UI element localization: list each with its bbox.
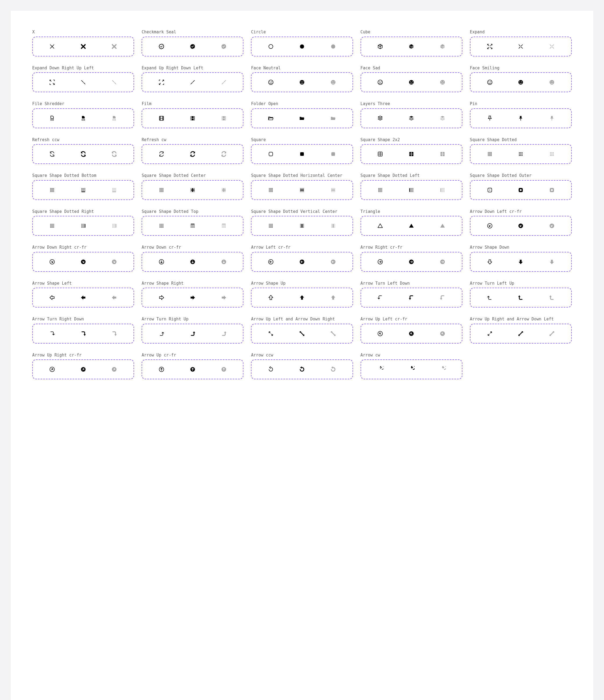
arrow-turn-ld-icon[interactable] xyxy=(408,294,415,301)
expand-ur-dl-icon[interactable] xyxy=(189,78,196,86)
sqd-top-icon[interactable] xyxy=(158,222,165,230)
folder-open-icon[interactable] xyxy=(267,115,274,122)
arrow-d-circ-icon[interactable] xyxy=(158,258,165,266)
arrow-u-circ-icon[interactable] xyxy=(220,366,228,373)
sqd-center-icon[interactable] xyxy=(158,186,165,194)
arrow-shape-u-icon[interactable] xyxy=(330,294,337,301)
arrow-l-circ-icon[interactable] xyxy=(330,258,337,266)
arrow-r-circ-icon[interactable] xyxy=(439,258,446,266)
arrow-ur-circ-icon[interactable] xyxy=(80,366,87,373)
arrow-turn-ru-icon[interactable] xyxy=(158,330,165,338)
arrow-turn-ru-icon[interactable] xyxy=(189,330,196,338)
file-shredder-icon[interactable] xyxy=(110,115,118,122)
arrow-shape-r-icon[interactable] xyxy=(158,294,165,301)
face-smiling-icon[interactable] xyxy=(517,78,524,86)
arrow-cw-icon[interactable] xyxy=(408,366,415,373)
arrow-turn-rd-icon[interactable] xyxy=(48,330,56,338)
folder-open-icon[interactable] xyxy=(330,115,337,122)
layers-three-icon[interactable] xyxy=(376,115,384,122)
arrow-shape-d-icon[interactable] xyxy=(486,258,494,266)
layers-three-icon[interactable] xyxy=(439,115,446,122)
arrow-ul-circ-icon[interactable] xyxy=(376,330,384,338)
sqd-vcenter-icon[interactable] xyxy=(298,222,306,230)
sqd-hcenter-icon[interactable] xyxy=(298,186,306,194)
expand-ur-dl-icon[interactable] xyxy=(158,78,165,86)
face-sad-icon[interactable] xyxy=(408,78,415,86)
arrow-shape-r-icon[interactable] xyxy=(220,294,228,301)
arrow-ur-dl-icon[interactable] xyxy=(517,330,524,338)
face-neutral-icon[interactable] xyxy=(298,78,306,86)
face-sad-icon[interactable] xyxy=(376,78,384,86)
arrow-dr-circ-icon[interactable] xyxy=(48,258,56,266)
arrow-d-circ-icon[interactable] xyxy=(189,258,196,266)
arrow-r-circ-icon[interactable] xyxy=(376,258,384,266)
square-icon[interactable] xyxy=(330,150,337,158)
arrow-shape-u-icon[interactable] xyxy=(267,294,274,301)
x-icon[interactable] xyxy=(80,43,87,50)
sqd-top-icon[interactable] xyxy=(220,222,228,230)
sqd-hcenter-icon[interactable] xyxy=(267,186,274,194)
square-dotted-icon[interactable] xyxy=(517,150,524,158)
arrow-dl-circ-icon[interactable] xyxy=(517,222,524,230)
arrow-shape-r-icon[interactable] xyxy=(189,294,196,301)
checkmark-seal-icon[interactable] xyxy=(189,43,196,50)
arrow-dr-circ-icon[interactable] xyxy=(110,258,118,266)
cube-icon[interactable] xyxy=(439,43,446,50)
refresh-cw-icon[interactable] xyxy=(189,150,196,158)
arrow-shape-l-icon[interactable] xyxy=(110,294,118,301)
square-icon[interactable] xyxy=(298,150,306,158)
x-icon[interactable] xyxy=(110,43,118,50)
sqd-bottom-icon[interactable] xyxy=(48,186,56,194)
arrow-ccw-icon[interactable] xyxy=(330,366,337,373)
circle-icon[interactable] xyxy=(298,43,306,50)
arrow-turn-rd-icon[interactable] xyxy=(80,330,87,338)
arrow-u-circ-icon[interactable] xyxy=(158,366,165,373)
sqd-left-icon[interactable] xyxy=(408,186,415,194)
face-neutral-icon[interactable] xyxy=(267,78,274,86)
sqd-bottom-icon[interactable] xyxy=(80,186,87,194)
face-neutral-icon[interactable] xyxy=(330,78,337,86)
arrow-ul-circ-icon[interactable] xyxy=(439,330,446,338)
sqd-outer-icon[interactable] xyxy=(486,186,494,194)
face-sad-icon[interactable] xyxy=(439,78,446,86)
arrow-shape-d-icon[interactable] xyxy=(548,258,556,266)
face-smiling-icon[interactable] xyxy=(548,78,556,86)
arrow-turn-lu-icon[interactable] xyxy=(517,294,524,301)
arrow-turn-ld-icon[interactable] xyxy=(439,294,446,301)
arrow-ccw-icon[interactable] xyxy=(298,366,306,373)
arrow-dr-circ-icon[interactable] xyxy=(80,258,87,266)
arrow-shape-d-icon[interactable] xyxy=(517,258,524,266)
pin-icon[interactable] xyxy=(517,115,524,122)
arrow-l-circ-icon[interactable] xyxy=(267,258,274,266)
sqd-right-icon[interactable] xyxy=(110,222,118,230)
arrow-turn-ld-icon[interactable] xyxy=(376,294,384,301)
checkmark-seal-icon[interactable] xyxy=(220,43,228,50)
circle-icon[interactable] xyxy=(267,43,274,50)
expand-dr-ul-icon[interactable] xyxy=(80,78,87,86)
film-icon[interactable] xyxy=(220,115,228,122)
sqd-left-icon[interactable] xyxy=(376,186,384,194)
arrow-ur-circ-icon[interactable] xyxy=(48,366,56,373)
x-icon[interactable] xyxy=(48,43,56,50)
arrow-ul-circ-icon[interactable] xyxy=(408,330,415,338)
expand-dr-ul-icon[interactable] xyxy=(48,78,56,86)
sqd-top-icon[interactable] xyxy=(189,222,196,230)
refresh-cw-icon[interactable] xyxy=(220,150,228,158)
refresh-ccw-icon[interactable] xyxy=(48,150,56,158)
sqd-left-icon[interactable] xyxy=(439,186,446,194)
arrow-shape-l-icon[interactable] xyxy=(80,294,87,301)
sqd-outer-icon[interactable] xyxy=(517,186,524,194)
circle-icon[interactable] xyxy=(330,43,337,50)
square-2x2-icon[interactable] xyxy=(376,150,384,158)
square-icon[interactable] xyxy=(267,150,274,158)
arrow-dl-circ-icon[interactable] xyxy=(548,222,556,230)
sqd-center-icon[interactable] xyxy=(189,186,196,194)
arrow-shape-l-icon[interactable] xyxy=(48,294,56,301)
arrow-r-circ-icon[interactable] xyxy=(408,258,415,266)
sqd-outer-icon[interactable] xyxy=(548,186,556,194)
expand-dr-ul-icon[interactable] xyxy=(110,78,118,86)
sqd-right-icon[interactable] xyxy=(80,222,87,230)
arrow-shape-u-icon[interactable] xyxy=(298,294,306,301)
arrow-ur-dl-icon[interactable] xyxy=(486,330,494,338)
sqd-hcenter-icon[interactable] xyxy=(330,186,337,194)
